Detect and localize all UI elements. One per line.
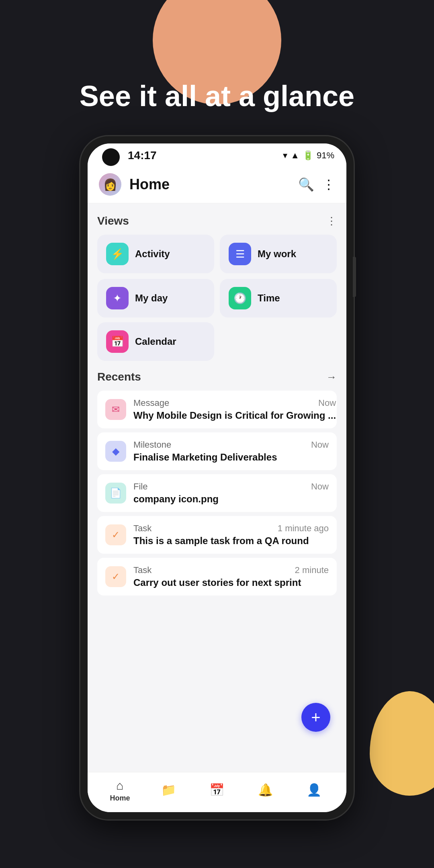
app-content: Views ⋮ ⚡ Activity ☰ My work (88, 203, 346, 772)
camera-hole (102, 148, 120, 166)
profile-nav-icon: 👤 (307, 783, 321, 797)
recent-item-name: Finalise Marketing Deliverables (133, 452, 277, 463)
signal-icon: ▲ (291, 150, 299, 161)
task-check-icon: ✓ (105, 524, 126, 545)
my-day-label: My day (135, 293, 168, 304)
task-check-icon-2: ✓ (105, 566, 126, 587)
recent-item-file[interactable]: 📄 File Now company icon.png (97, 474, 337, 512)
activity-label: Activity (135, 248, 170, 260)
home-nav-icon: ⌂ (116, 779, 123, 792)
bell-nav-icon: 🔔 (258, 783, 273, 797)
folder-nav-icon: 📁 (161, 783, 176, 797)
my-day-icon: ✦ (106, 287, 129, 309)
search-icon[interactable]: 🔍 (298, 177, 314, 192)
recent-type-label: Task (133, 565, 151, 575)
header-title: Home (129, 176, 298, 193)
recent-item-task1-content: Task 1 minute ago This is a sample task … (133, 523, 329, 547)
avatar-emoji: 👩 (103, 178, 117, 191)
view-card-my-day[interactable]: ✦ My day (97, 279, 214, 317)
recent-type-label: File (133, 481, 147, 492)
recents-section: Recents → ✉ Message Now Why Mobile Desig… (97, 371, 337, 596)
home-nav-label: Home (110, 794, 130, 802)
recent-item-file-content: File Now company icon.png (133, 481, 329, 505)
views-grid: ⚡ Activity ☰ My work ✦ My day (97, 235, 337, 317)
time-label: Time (258, 293, 280, 304)
phone-screen: 14:17 ▾ ▲ 🔋 91% 👩 Home 🔍 ⋮ Views (88, 143, 346, 812)
header-actions: 🔍 ⋮ (298, 177, 335, 192)
recent-item-name: company icon.png (133, 493, 219, 504)
recent-item-task-2[interactable]: ✓ Task 2 minute Carry out user stories f… (97, 558, 337, 596)
recent-time: 1 minute ago (278, 523, 329, 534)
recent-item-name: Why Mobile Design is Critical for Growin… (133, 410, 336, 421)
recents-section-title: Recents (97, 371, 141, 383)
avatar[interactable]: 👩 (99, 173, 121, 196)
calendar-nav-icon: 📅 (209, 783, 224, 797)
recent-time: Now (318, 398, 336, 408)
time-icon: 🕐 (229, 287, 251, 309)
recent-item-name: This is a sample task from a QA round (133, 535, 309, 546)
nav-item-calendar[interactable]: 📅 (193, 783, 242, 798)
views-section-title: Views (97, 215, 129, 227)
file-icon: 📄 (105, 483, 126, 504)
milestone-icon: ◆ (105, 441, 126, 462)
more-options-icon[interactable]: ⋮ (322, 177, 335, 192)
view-card-calendar[interactable]: 📅 Calendar (97, 322, 214, 361)
recent-item-name: Carry out user stories for next sprint (133, 577, 301, 588)
calendar-label: Calendar (135, 336, 176, 347)
power-button (353, 257, 356, 297)
recents-section-header: Recents → (97, 371, 337, 383)
view-card-time[interactable]: 🕐 Time (220, 279, 337, 317)
nav-item-profile[interactable]: 👤 (290, 783, 338, 798)
app-header: 👩 Home 🔍 ⋮ (88, 166, 346, 203)
my-work-label: My work (258, 248, 296, 260)
recent-item-message[interactable]: ✉ Message Now Why Mobile Design is Criti… (97, 391, 337, 428)
wifi-icon: ▾ (283, 150, 287, 161)
recent-type-label: Task (133, 523, 151, 534)
recent-item-task2-content: Task 2 minute Carry out user stories for… (133, 565, 329, 588)
phone-frame: 14:17 ▾ ▲ 🔋 91% 👩 Home 🔍 ⋮ Views (80, 136, 354, 819)
bg-decoration-bottom-right (370, 691, 434, 796)
view-card-activity[interactable]: ⚡ Activity (97, 235, 214, 273)
view-card-my-work[interactable]: ☰ My work (220, 235, 337, 273)
recent-type-label: Milestone (133, 440, 171, 450)
recent-time: Now (311, 440, 329, 450)
recent-time: Now (311, 481, 329, 492)
calendar-icon: 📅 (106, 330, 129, 353)
bottom-nav: ⌂ Home 📁 📅 🔔 👤 (88, 772, 346, 812)
activity-icon: ⚡ (106, 243, 129, 265)
views-section-header: Views ⋮ (97, 215, 337, 227)
recent-item-milestone-content: Milestone Now Finalise Marketing Deliver… (133, 440, 329, 463)
recent-item-milestone[interactable]: ◆ Milestone Now Finalise Marketing Deliv… (97, 432, 337, 470)
recents-arrow-icon[interactable]: → (326, 371, 337, 383)
recent-time: 2 minute (295, 565, 329, 575)
status-bar: 14:17 ▾ ▲ 🔋 91% (88, 143, 346, 166)
battery-icon: 🔋 (303, 150, 313, 161)
views-more-icon[interactable]: ⋮ (326, 215, 337, 227)
nav-item-folder[interactable]: 📁 (144, 783, 193, 798)
status-time: 14:17 (128, 149, 157, 162)
page-headline: See it all at a glance (55, 80, 379, 112)
message-icon: ✉ (105, 399, 126, 420)
recent-type-label: Message (133, 398, 169, 408)
nav-item-bell[interactable]: 🔔 (241, 783, 290, 798)
recent-item-message-content: Message Now Why Mobile Design is Critica… (133, 398, 336, 421)
battery-percentage: 91% (317, 150, 334, 161)
fab-button[interactable]: + (301, 703, 330, 732)
my-work-icon: ☰ (229, 243, 251, 265)
nav-item-home[interactable]: ⌂ Home (96, 779, 144, 802)
views-grid-second-row: 📅 Calendar (97, 322, 337, 361)
recent-item-task-1[interactable]: ✓ Task 1 minute ago This is a sample tas… (97, 516, 337, 554)
status-icons: ▾ ▲ 🔋 91% (283, 150, 334, 161)
